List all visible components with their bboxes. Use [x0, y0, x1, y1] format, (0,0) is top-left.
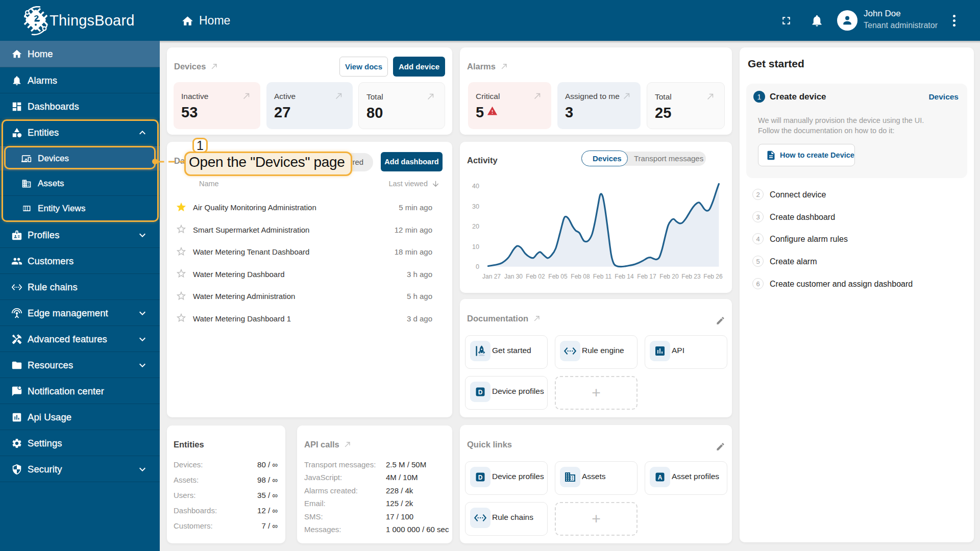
- svg-text:A: A: [658, 474, 663, 481]
- svg-text:D: D: [478, 474, 483, 481]
- svg-text:D: D: [478, 389, 483, 396]
